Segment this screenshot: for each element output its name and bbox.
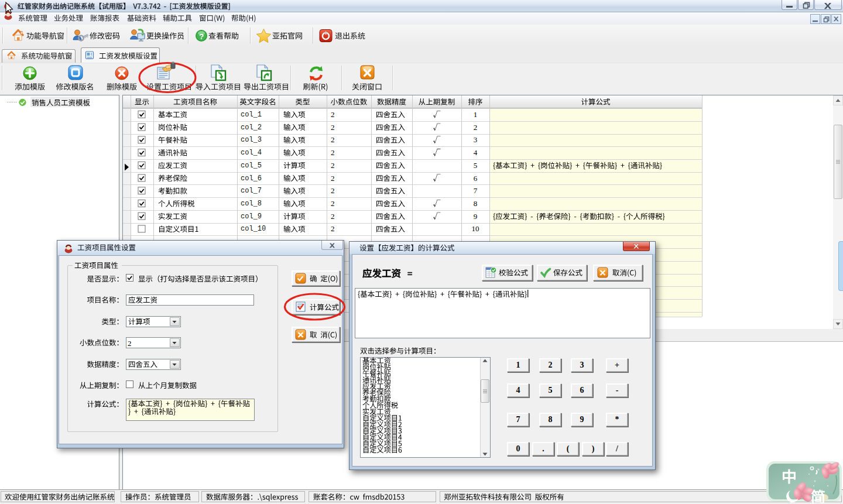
svg-text:?: ? [199, 32, 204, 41]
